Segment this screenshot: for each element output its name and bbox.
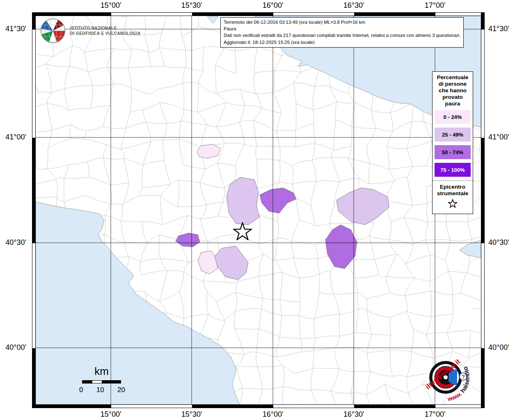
ingv-name-line2: DI GEOFISICA E VULCANOLOGIA	[70, 31, 141, 36]
legend-separator	[433, 180, 473, 181]
legend-class-2: 50 - 74%	[435, 145, 471, 159]
lon-label-top-1: 15°30'	[181, 1, 202, 10]
info-line-updated: Aggiornato il: 18-12-2025 15:25 (ora loc…	[224, 39, 460, 46]
legend-class-3: 75 - 100%	[435, 163, 471, 177]
legend: Percentuale di persone che hanno provato…	[432, 71, 473, 214]
legend-title: Percentuale di persone che hanno provato…	[435, 74, 471, 107]
info-line-event: Terremoto del 06-12-2016 03:13:49 (ora l…	[224, 19, 460, 25]
lat-label-right-1: 41°00'	[488, 133, 515, 142]
lon-label-top-2: 16°00'	[263, 1, 284, 10]
scale-bar-ticks: 0 10 20	[79, 386, 125, 394]
ingv-globe-icon	[39, 17, 66, 44]
frame-ticks-left	[32, 12, 36, 408]
lat-label-left-0: 41°30'	[0, 25, 26, 33]
lat-label-right-3: 40°00'	[488, 343, 515, 352]
scale-tick-1: 10	[96, 386, 104, 394]
lon-label-top-0: 15°00'	[101, 1, 121, 10]
lat-label-left-2: 40°30'	[0, 238, 26, 247]
lat-label-left-3: 40°00'	[0, 343, 26, 352]
legend-classes: 0 - 24%25 - 49%50 - 74%75 - 100%	[435, 110, 471, 177]
lon-label-bottom-4: 17°00'	[425, 410, 446, 419]
ingv-name-line1: ISTITUTO NAZIONALE	[70, 25, 141, 31]
legend-epicenter-label: Epicentro strumentale	[435, 184, 471, 197]
legend-class-1: 25 - 49%	[435, 128, 471, 142]
map-page: 15°00' 15°30' 16°00' 16°30' 17°00' 15°00…	[0, 0, 515, 420]
info-line-question: Paura	[224, 25, 460, 32]
scale-tick-2: 20	[117, 386, 125, 394]
scale-unit-label: km	[82, 365, 121, 378]
lon-label-bottom-1: 15°30'	[181, 410, 202, 419]
lon-label-top-4: 17°00'	[425, 1, 446, 10]
lon-label-bottom-2: 16°00'	[263, 410, 284, 419]
frame-ticks-right	[481, 12, 485, 408]
lon-label-top-3: 16°30'	[343, 1, 364, 10]
lon-label-bottom-0: 15°00'	[101, 410, 121, 419]
lat-label-left-1: 41°00'	[0, 133, 26, 142]
info-line-source: Dati non verificati estratti da 217 ques…	[224, 32, 460, 39]
frame-ticks-top	[32, 12, 485, 16]
lat-label-right-2: 40°30'	[488, 238, 515, 247]
epicenter-star-icon	[447, 198, 458, 209]
ingv-logo: ISTITUTO NAZIONALE DI GEOFISICA E VULCAN…	[39, 17, 141, 44]
map-canvas	[36, 16, 481, 404]
legend-class-0: 0 - 24%	[435, 110, 471, 124]
scale-bar-graphic	[82, 380, 121, 383]
scale-tick-0: 0	[79, 386, 83, 394]
lon-label-bottom-3: 16°30'	[343, 410, 364, 419]
haisentitoilterremoto-logo: ? www. haisentito ilterremoto.it	[416, 347, 477, 409]
earthquake-info-box: Terremoto del 06-12-2016 03:13:49 (ora l…	[220, 17, 464, 48]
lat-label-right-0: 41°30'	[488, 25, 515, 33]
